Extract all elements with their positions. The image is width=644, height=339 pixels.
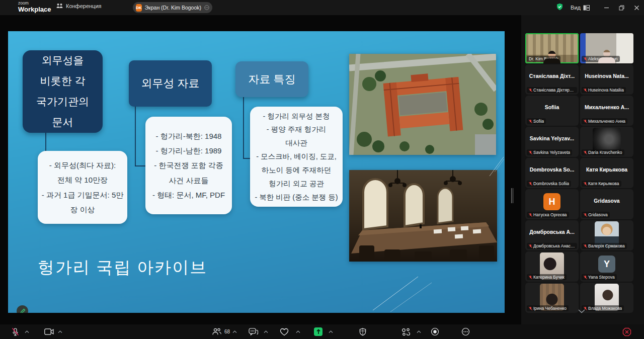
participant-label: Валерія Єрмакова <box>582 243 627 249</box>
share-screen-button[interactable] <box>314 324 323 339</box>
apps-chevron[interactable] <box>417 324 421 339</box>
muted-mic-icon <box>529 306 532 311</box>
tab-screen-share[interactable]: DK Экран (Dr. Kim Bogook) <box>133 2 212 13</box>
video-options-chevron[interactable] <box>58 324 62 339</box>
muted-mic-icon <box>584 57 587 61</box>
participant-name: Gridasova <box>580 198 633 204</box>
mute-button[interactable] <box>11 324 20 339</box>
participant-label: Daria Kravchenko <box>582 149 624 155</box>
chat-chevron[interactable] <box>264 324 268 339</box>
end-meeting-button[interactable] <box>622 324 631 339</box>
slide-title: 헝가리 국립 아카이브 <box>38 257 207 279</box>
muted-mic-icon <box>584 244 587 248</box>
scroll-participants-button[interactable] <box>575 308 589 315</box>
slide-detail-features: - 헝가리 외무성 본청 - 평양 주재 헝가리 대사관 - 모스크바, 베이징… <box>250 107 343 207</box>
heart-icon <box>280 328 289 336</box>
participant-tile[interactable]: Домбровська А... Домбровська Анаст... <box>525 220 579 250</box>
participant-name: Savkina Yelyzav... <box>525 135 579 141</box>
participant-label: Станіслава Діхтяренко <box>527 87 577 93</box>
participant-label: Dr. Kim Bogook <box>527 56 560 62</box>
meeting-toolbar: 68 <box>0 324 644 339</box>
participants-chevron[interactable] <box>232 324 237 339</box>
muted-mic-icon <box>529 213 532 217</box>
apps-icon <box>401 328 411 336</box>
participants-sidebar: Dr. Kim Bogook Aleksia Morhun Станіслава… <box>521 15 644 324</box>
connector-line <box>243 158 251 159</box>
muted-mic-icon <box>584 88 587 93</box>
participant-tile[interactable]: Dombrovska So... Dombrovska Sofiia <box>525 158 579 188</box>
video-button[interactable] <box>44 324 54 339</box>
participants-icon <box>212 328 221 335</box>
participant-label: Михальченко Анна <box>582 118 627 124</box>
share-chevron[interactable] <box>329 324 333 339</box>
muted-mic-icon <box>584 182 587 186</box>
participant-tile[interactable]: H Натуска Оргеєва <box>525 189 579 219</box>
annotate-button[interactable] <box>17 305 28 313</box>
slide-box-features: 자료 특징 <box>235 61 308 97</box>
muted-mic-icon <box>529 150 532 155</box>
more-button[interactable] <box>461 324 470 339</box>
participant-tile-video[interactable]: Aleksia Morhun <box>580 33 633 63</box>
archive-aerial-photo <box>349 54 496 155</box>
participant-tile[interactable]: Sofiia Sofiia <box>525 96 579 126</box>
connector-line <box>243 97 244 158</box>
reactions-chevron[interactable] <box>296 324 300 339</box>
avatar: H <box>543 193 560 210</box>
tab-conference[interactable]: Конференция <box>56 3 101 9</box>
shared-screen-area: 외무성을 비롯한 각 국가기관의 문서 - 외무성(최다 자료): 전체 약 1… <box>0 15 521 324</box>
participant-name: Катя Кирьякова <box>580 166 633 173</box>
logo-line1: zoom <box>18 1 51 6</box>
muted-mic-icon <box>584 150 587 155</box>
view-label: Вид <box>571 5 581 11</box>
participant-name: Станіслава Діхт... <box>525 73 579 79</box>
chat-button[interactable] <box>249 324 258 339</box>
participant-label: Yana Stepova <box>582 274 617 280</box>
avatar: Y <box>598 256 615 273</box>
presenter-initials-badge: DK <box>136 4 142 12</box>
participant-tile[interactable]: Gridasova Gridasova <box>580 189 633 219</box>
reactions-button[interactable] <box>280 324 289 339</box>
logo-line2: Workplace <box>18 6 51 13</box>
participant-tile[interactable]: Станіслава Діхт... Станіслава Діхтяренко <box>525 64 579 95</box>
ellipsis-circle-icon[interactable] <box>204 4 209 11</box>
presentation-slide: 외무성을 비롯한 각 국가기관의 문서 - 외무성(최다 자료): 전체 약 1… <box>8 31 505 313</box>
participant-label: Sofiia <box>527 118 546 124</box>
restore-button[interactable] <box>614 0 629 15</box>
participant-tile[interactable]: Daria Kravchenko <box>580 127 633 157</box>
participant-tile[interactable]: Валерія Єрмакова <box>580 220 633 250</box>
chat-icon <box>249 328 258 336</box>
decorative-lines <box>370 268 436 313</box>
participant-tile[interactable]: Savkina Yelyzav... Savkina Yelyzaveta <box>525 127 579 157</box>
participant-tile-video[interactable]: Dr. Kim Bogook <box>525 33 579 63</box>
participant-label: Натуска Оргеєва <box>527 212 569 218</box>
record-button[interactable] <box>431 324 439 339</box>
participant-name: Михальченко А... <box>580 104 633 110</box>
mute-options-chevron[interactable] <box>25 324 29 339</box>
participant-tile[interactable]: Ірина Чебаненко <box>525 283 579 313</box>
slide-detail-materials: - 헝가리-북한: 1948 - 헝가리-남한: 1989 - 한국전쟁 포함 … <box>145 117 232 214</box>
participant-label: Dombrovska Sofiia <box>527 181 571 187</box>
participant-tile[interactable]: Катерина Бучик <box>525 251 579 282</box>
view-button[interactable]: Вид <box>571 5 590 11</box>
muted-mic-icon <box>584 213 587 217</box>
participant-name: Huseinova Nata... <box>580 73 633 79</box>
muted-mic-icon <box>529 244 532 248</box>
slide-box-ministry-materials: 외무성 자료 <box>129 60 212 107</box>
chevron-down-icon[interactable] <box>41 6 46 15</box>
minimize-button[interactable] <box>599 0 614 15</box>
apps-button[interactable] <box>401 324 411 339</box>
close-window-button[interactable] <box>629 0 644 15</box>
participant-label: Gridasova <box>582 212 610 218</box>
ellipsis-circle-icon <box>461 327 470 336</box>
participant-tile[interactable]: Катя Кирьякова Катя Кирьякова <box>580 158 633 188</box>
participant-label: Катя Кирьякова <box>582 181 621 187</box>
participants-button[interactable]: 68 <box>212 324 230 339</box>
muted-mic-icon <box>529 182 532 186</box>
participant-label: Huseinova Nataliia <box>582 87 626 93</box>
participant-tile[interactable]: Y Yana Stepova <box>580 251 633 282</box>
participant-tile[interactable]: Huseinova Nata... Huseinova Nataliia <box>580 64 633 95</box>
end-x-icon <box>622 327 631 336</box>
participant-tile[interactable]: Михальченко А... Михальченко Анна <box>580 96 633 126</box>
security-button[interactable] <box>359 324 366 339</box>
panel-resize-handle[interactable] <box>511 188 513 203</box>
